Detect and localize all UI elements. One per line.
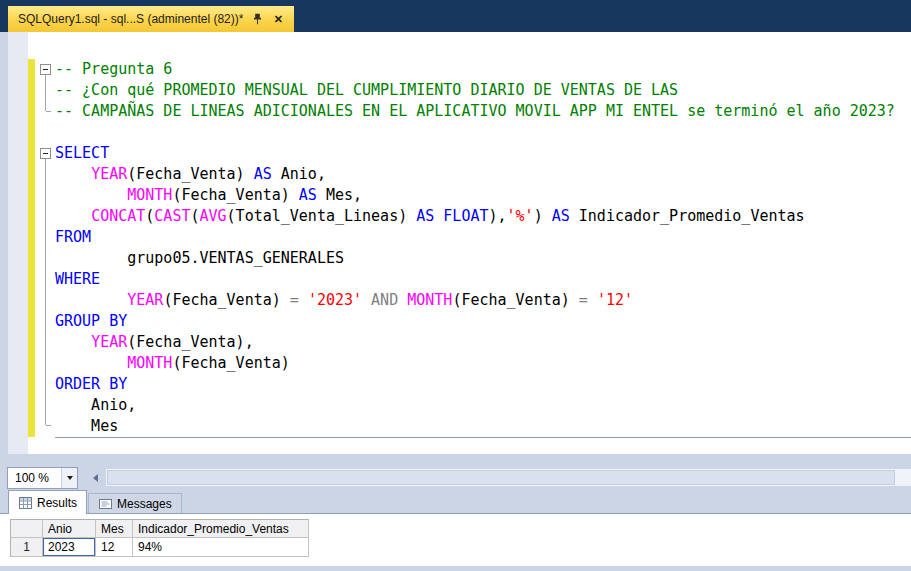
- code-line[interactable]: grupo05.VENTAS_GENERALES: [55, 248, 895, 269]
- results-pane: Results Messages AnioMesIndicador_Promed…: [0, 490, 911, 571]
- code-token: [398, 291, 407, 309]
- document-tab-bar: SQLQuery1.sql - sql...S (adminentel (82)…: [0, 0, 911, 32]
- change-tracking-bar: [28, 59, 35, 437]
- grid-cell[interactable]: 2023: [43, 538, 96, 557]
- code-token: ),: [489, 207, 507, 225]
- code-line[interactable]: CONCAT(CAST(AVG(Total_Venta_Lineas) AS F…: [55, 206, 895, 227]
- code-token: AS: [299, 186, 317, 204]
- fold-region-end: [46, 425, 51, 426]
- document-tab-title: SQLQuery1.sql - sql...S (adminentel (82)…: [18, 12, 243, 26]
- document-tab[interactable]: SQLQuery1.sql - sql...S (adminentel (82)…: [8, 6, 294, 32]
- code-token: (: [145, 207, 154, 225]
- code-token: ORDER BY: [55, 375, 127, 393]
- code-token: SELECT: [55, 144, 109, 162]
- code-line[interactable]: -- CAMPAÑAS DE LINEAS ADICIONALES EN EL …: [55, 101, 895, 122]
- code-token: Indicador_Promedio_Ventas: [570, 207, 805, 225]
- code-token: =: [579, 291, 588, 309]
- code-token: CAST: [154, 207, 190, 225]
- close-icon[interactable]: ✕: [271, 12, 285, 26]
- code-token: MONTH: [407, 291, 452, 309]
- code-line[interactable]: -- Pregunta 6: [55, 59, 895, 80]
- code-token: [55, 207, 91, 225]
- code-token: [55, 333, 91, 351]
- code-token: WHERE: [55, 270, 100, 288]
- code-token: ): [534, 207, 552, 225]
- code-token: [362, 291, 371, 309]
- code-token: AS: [254, 165, 272, 183]
- code-token: MONTH: [127, 186, 172, 204]
- fold-region-line: [45, 159, 46, 425]
- tab-results-label: Results: [37, 496, 77, 510]
- grid-column-header[interactable]: Anio: [43, 519, 96, 538]
- editor-status-bar: 100 %: [0, 454, 911, 490]
- grid-cell[interactable]: 12: [96, 538, 133, 557]
- zoom-dropdown[interactable]: 100 %: [7, 467, 78, 489]
- code-token: AS: [552, 207, 570, 225]
- code-token: YEAR: [91, 333, 127, 351]
- code-line[interactable]: Mes: [55, 416, 895, 437]
- code-token: [588, 291, 597, 309]
- code-line[interactable]: [55, 122, 895, 143]
- code-line[interactable]: GROUP BY: [55, 311, 895, 332]
- fold-collapse-button[interactable]: [40, 148, 51, 159]
- code-token: -- Pregunta 6: [55, 60, 172, 78]
- code-token: (Fecha_Venta): [172, 354, 289, 372]
- grid-header-row: AnioMesIndicador_Promedio_Ventas: [10, 519, 309, 538]
- code-line[interactable]: WHERE: [55, 269, 895, 290]
- results-tab-strip: Results Messages: [8, 490, 182, 514]
- code-token: (Fecha_Venta): [452, 291, 578, 309]
- code-line[interactable]: -- ¿Con qué PROMEDIO MENSUAL DEL CUMPLIM…: [55, 80, 895, 101]
- scrollbar-thumb[interactable]: [107, 470, 895, 485]
- grid-cell[interactable]: 94%: [133, 538, 309, 557]
- grid-row: 120231294%: [10, 538, 309, 557]
- code-token: -- CAMPAÑAS DE LINEAS ADICIONALES EN EL …: [55, 102, 895, 120]
- pin-icon[interactable]: [250, 12, 264, 26]
- code-line[interactable]: Anio,: [55, 395, 895, 416]
- tab-results[interactable]: Results: [8, 490, 87, 514]
- tab-messages-label: Messages: [117, 497, 172, 511]
- fold-region-end: [46, 111, 51, 112]
- code-line[interactable]: YEAR(Fecha_Venta) AS Anio,: [55, 164, 895, 185]
- current-line-divider: [55, 437, 911, 438]
- code-line[interactable]: MONTH(Fecha_Venta): [55, 353, 895, 374]
- scroll-left-button[interactable]: [88, 469, 103, 486]
- code-line[interactable]: [55, 38, 895, 59]
- code-lines: -- Pregunta 6-- ¿Con qué PROMEDIO MENSUA…: [55, 38, 895, 437]
- code-line[interactable]: YEAR(Fecha_Venta) = '2023' AND MONTH(Fec…: [55, 290, 895, 311]
- code-token: '%': [507, 207, 534, 225]
- code-line[interactable]: ORDER BY: [55, 374, 895, 395]
- grid-corner-cell[interactable]: [10, 519, 43, 538]
- code-token: [55, 165, 91, 183]
- code-line[interactable]: MONTH(Fecha_Venta) AS Mes,: [55, 185, 895, 206]
- code-token: [434, 207, 443, 225]
- code-token: AND: [371, 291, 398, 309]
- fold-collapse-button[interactable]: [40, 64, 51, 75]
- code-line[interactable]: YEAR(Fecha_Venta),: [55, 332, 895, 353]
- code-token: (Fecha_Venta): [163, 291, 289, 309]
- grid-column-header[interactable]: Indicador_Promedio_Ventas: [133, 519, 309, 538]
- code-token: Anio,: [55, 396, 136, 414]
- code-token: Mes,: [317, 186, 362, 204]
- code-token: CONCAT: [91, 207, 145, 225]
- code-token: -- ¿Con qué PROMEDIO MENSUAL DEL CUMPLIM…: [55, 81, 678, 99]
- code-token: YEAR: [91, 165, 127, 183]
- code-line[interactable]: SELECT: [55, 143, 895, 164]
- code-token: (Fecha_Venta): [172, 186, 298, 204]
- sql-editor[interactable]: -- Pregunta 6-- ¿Con qué PROMEDIO MENSUA…: [8, 32, 911, 454]
- horizontal-scrollbar[interactable]: [106, 469, 911, 486]
- tab-messages[interactable]: Messages: [88, 493, 182, 514]
- fold-region-line: [45, 75, 46, 111]
- grid-row-header[interactable]: 1: [10, 538, 43, 557]
- code-token: [55, 291, 127, 309]
- code-token: grupo05.VENTAS_GENERALES: [55, 249, 344, 267]
- editor-indicator-margin: [8, 32, 28, 454]
- code-token: GROUP BY: [55, 312, 127, 330]
- code-line[interactable]: FROM: [55, 227, 895, 248]
- code-token: FROM: [55, 228, 91, 246]
- code-token: (: [190, 207, 199, 225]
- results-grid: AnioMesIndicador_Promedio_Ventas12023129…: [10, 519, 309, 557]
- code-token: AVG: [200, 207, 227, 225]
- code-token: MONTH: [127, 354, 172, 372]
- chevron-down-icon[interactable]: [61, 468, 77, 488]
- grid-column-header[interactable]: Mes: [96, 519, 133, 538]
